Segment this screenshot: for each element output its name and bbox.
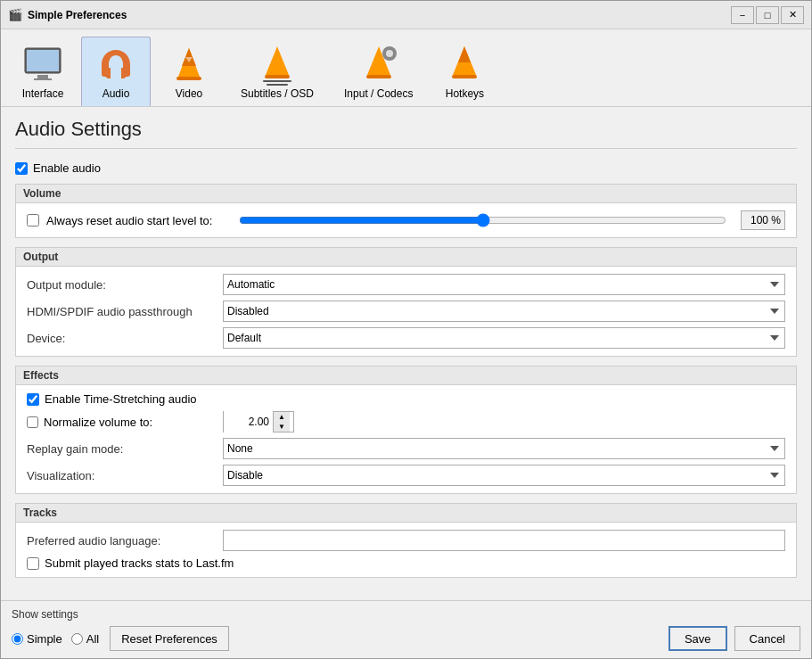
tab-video[interactable]: Video <box>154 37 224 106</box>
volume-value: 100 % <box>741 210 785 230</box>
tab-interface[interactable]: Interface <box>8 37 78 106</box>
volume-body: Always reset audio start level to: 100 % <box>16 203 796 237</box>
window-controls: − □ ✕ <box>731 6 804 24</box>
submit-stats-checkbox[interactable] <box>27 557 39 570</box>
normalize-checkbox[interactable] <box>27 416 38 428</box>
normalize-input[interactable] <box>224 411 273 432</box>
device-label: Device: <box>27 332 223 345</box>
normalize-increment-button[interactable]: ▲ <box>274 412 290 422</box>
time-stretching-label: Enable Time-Stretching audio <box>45 392 197 406</box>
hdmi-select[interactable]: Disabled Enabled <box>223 301 785 322</box>
time-stretching-row: Enable Time-Stretching audio <box>27 392 785 406</box>
output-header: Output <box>16 248 796 267</box>
footer-buttons: Save Cancel <box>668 626 800 651</box>
volume-section: Volume Always reset audio start level to… <box>15 184 797 238</box>
normalize-control: ▲ ▼ <box>223 411 785 432</box>
footer-bottom: Simple All Reset Preferences Save Cancel <box>12 626 800 651</box>
output-module-label: Output module: <box>27 278 223 292</box>
close-button[interactable]: ✕ <box>781 6 804 24</box>
main-content: Audio Settings Enable audio Volume Alway… <box>1 107 811 600</box>
minimize-button[interactable]: − <box>731 6 754 24</box>
normalize-row: Normalize volume to: ▲ ▼ <box>27 411 785 432</box>
device-select[interactable]: Default <box>223 327 785 349</box>
title-bar: 🎬 Simple Preferences − □ ✕ <box>1 1 811 29</box>
output-module-row: Output module: Automatic DirectX audio o… <box>27 274 785 295</box>
device-control: Default <box>223 327 785 349</box>
visualization-label: Visualization: <box>27 469 223 482</box>
tabs-bar: Interface Audio <box>1 29 811 107</box>
input-icon <box>357 43 400 86</box>
all-radio[interactable] <box>71 633 83 645</box>
enable-audio-row: Enable audio <box>15 161 797 175</box>
output-module-select[interactable]: Automatic DirectX audio output WaveOut a… <box>223 274 785 295</box>
normalize-spinbox-buttons: ▲ ▼ <box>273 412 290 432</box>
hdmi-control: Disabled Enabled <box>223 301 785 322</box>
preferred-lang-control <box>223 530 785 551</box>
effects-header: Effects <box>16 367 796 385</box>
simple-radio-option: Simple <box>12 632 62 646</box>
preferred-lang-input[interactable] <box>223 530 785 551</box>
svg-rect-20 <box>452 75 477 78</box>
replay-gain-row: Replay gain mode: None Track Album <box>27 438 785 459</box>
svg-rect-15 <box>366 75 391 78</box>
svg-rect-12 <box>263 80 291 82</box>
svg-rect-3 <box>34 78 52 80</box>
always-reset-checkbox[interactable] <box>27 214 39 227</box>
output-body: Output module: Automatic DirectX audio o… <box>16 267 796 356</box>
volume-reset-row: Always reset audio start level to: 100 % <box>27 210 785 230</box>
preferred-lang-row: Preferred audio language: <box>27 530 785 551</box>
reset-preferences-button[interactable]: Reset Preferences <box>110 626 229 651</box>
output-module-control: Automatic DirectX audio output WaveOut a… <box>223 274 785 295</box>
replay-gain-select[interactable]: None Track Album <box>223 438 785 459</box>
video-icon <box>168 43 210 86</box>
time-stretching-checkbox[interactable] <box>27 393 39 406</box>
replay-gain-label: Replay gain mode: <box>27 442 223 456</box>
tracks-body: Preferred audio language: Submit played … <box>16 523 796 577</box>
svg-rect-5 <box>123 68 130 77</box>
cancel-button[interactable]: Cancel <box>734 626 800 651</box>
window-title: Simple Preferences <box>28 9 731 21</box>
tab-hotkeys[interactable]: Hotkeys <box>430 37 499 106</box>
enable-audio-checkbox[interactable] <box>15 162 28 175</box>
tab-audio[interactable]: Audio <box>81 37 151 106</box>
tab-subtitles-label: Subtitles / OSD <box>241 87 314 100</box>
enable-audio-label: Enable audio <box>33 161 101 175</box>
simple-radio[interactable] <box>12 633 23 645</box>
maximize-button[interactable]: □ <box>756 6 779 24</box>
svg-rect-4 <box>102 68 109 77</box>
save-button[interactable]: Save <box>668 626 727 651</box>
app-icon: 🎬 <box>8 8 22 22</box>
submit-stats-row: Submit played tracks stats to Last.fm <box>27 556 785 570</box>
tab-subtitles[interactable]: Subtitles / OSD <box>227 37 327 106</box>
svg-point-17 <box>386 50 393 57</box>
tab-input[interactable]: Input / Codecs <box>331 37 426 106</box>
effects-section: Effects Enable Time-Stretching audio Nor… <box>15 366 797 494</box>
tab-video-label: Video <box>176 87 202 100</box>
preferred-lang-label: Preferred audio language: <box>27 534 223 548</box>
effects-body: Enable Time-Stretching audio Normalize v… <box>16 385 796 493</box>
subtitles-icon <box>256 43 299 86</box>
always-reset-label: Always reset audio start level to: <box>46 214 225 227</box>
all-radio-option: All <box>71 632 99 646</box>
show-settings-radio-group: Simple All <box>12 632 99 646</box>
visualization-control: Disable Spectrum Scope Vu meter Goom <box>223 465 785 486</box>
all-radio-label: All <box>86 632 99 646</box>
tab-hotkeys-label: Hotkeys <box>446 87 484 100</box>
tab-audio-label: Audio <box>103 87 130 100</box>
svg-rect-8 <box>176 77 201 80</box>
main-window: 🎬 Simple Preferences − □ ✕ Interface <box>0 0 812 659</box>
svg-marker-10 <box>266 46 289 75</box>
visualization-select[interactable]: Disable Spectrum Scope Vu meter Goom <box>223 465 785 486</box>
volume-slider[interactable] <box>239 213 726 227</box>
simple-radio-label: Simple <box>27 632 62 646</box>
output-section: Output Output module: Automatic DirectX … <box>15 247 797 357</box>
interface-icon <box>21 43 64 86</box>
svg-rect-13 <box>267 84 288 86</box>
normalize-spinbox: ▲ ▼ <box>223 411 294 432</box>
tracks-header: Tracks <box>16 504 796 523</box>
normalize-decrement-button[interactable]: ▼ <box>274 422 290 432</box>
show-settings-label: Show settings <box>12 608 800 621</box>
svg-rect-2 <box>37 75 48 78</box>
visualization-row: Visualization: Disable Spectrum Scope Vu… <box>27 465 785 486</box>
device-row: Device: Default <box>27 327 785 349</box>
